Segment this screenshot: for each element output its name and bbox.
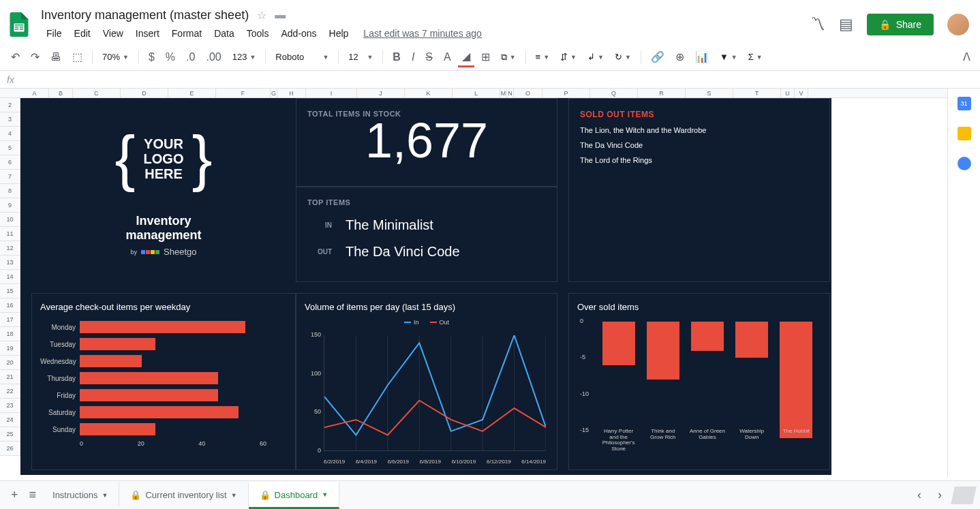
chart-title: Volume of items per day (last 15 days) — [305, 302, 549, 312]
last-edit-link[interactable]: Last edit was 7 minutes ago — [363, 28, 482, 39]
logo-line3: HERE — [144, 166, 184, 181]
halign-dropdown[interactable]: ≡▼ — [532, 49, 554, 65]
share-button[interactable]: 🔒 Share — [867, 14, 934, 35]
total-items-value: 1,677 — [307, 112, 546, 168]
tasks-icon[interactable] — [958, 157, 971, 170]
sold-item: The Lion, the Witch and the Wardrobe — [580, 126, 818, 134]
chart-volume-per-day: Volume of items per day (last 15 days) I… — [296, 293, 557, 470]
top-items-card: TOP ITEMS IN The Minimalist OUT The Da V… — [296, 187, 557, 282]
row-headers: 2345678910111213141516171819202122232425… — [0, 98, 20, 456]
tab-current-inventory[interactable]: 🔒 Current inventory list▼ — [119, 483, 248, 507]
inventory-title: Inventory management — [125, 214, 201, 243]
keep-icon[interactable] — [958, 127, 971, 140]
italic-icon[interactable]: I — [408, 48, 418, 66]
insert-chart-icon[interactable]: 📊 — [691, 48, 713, 66]
fx-icon: fx — [7, 74, 14, 85]
decrease-decimal-icon[interactable]: .0 — [182, 48, 199, 66]
scroll-left-icon[interactable]: ‹ — [912, 482, 927, 508]
sold-item: The Lord of the Rings — [580, 156, 818, 164]
top-items-label: TOP ITEMS — [307, 198, 546, 206]
increase-decimal-icon[interactable]: .00 — [202, 48, 225, 66]
share-label: Share — [896, 19, 921, 30]
strikethrough-icon[interactable]: S — [421, 48, 437, 66]
more-formats-dropdown[interactable]: 123▼ — [228, 49, 260, 65]
sheetgo-branding: by Sheetgo — [131, 247, 197, 257]
calendar-icon[interactable]: 31 — [958, 97, 971, 110]
user-avatar[interactable] — [947, 14, 969, 35]
redo-icon[interactable]: ↷ — [27, 48, 44, 66]
logo-line1: YOUR — [144, 136, 184, 151]
menu-file[interactable]: File — [41, 25, 67, 42]
bold-icon[interactable]: B — [388, 48, 405, 66]
menu-view[interactable]: View — [97, 25, 129, 42]
menu-insert[interactable]: Insert — [130, 25, 165, 42]
undo-icon[interactable]: ↶ — [7, 48, 24, 66]
sold-out-card: SOLD OUT ITEMS The Lion, the Witch and t… — [568, 98, 830, 282]
valign-dropdown[interactable]: ⇵▼ — [556, 49, 581, 65]
menu-format[interactable]: Format — [166, 25, 207, 42]
activity-icon[interactable]: 〽 — [810, 16, 825, 33]
functions-dropdown[interactable]: Σ▼ — [744, 49, 767, 65]
svg-rect-1 — [15, 25, 23, 26]
total-items-card: TOTAL ITEMS IN STOCK 1,677 — [296, 98, 557, 187]
font-size-dropdown[interactable]: 12▼ — [344, 49, 377, 65]
merge-dropdown[interactable]: ⧉▼ — [497, 49, 520, 65]
zoom-dropdown[interactable]: 70%▼ — [98, 49, 133, 65]
sold-out-label: SOLD OUT ITEMS — [580, 110, 818, 119]
lock-icon: 🔒 — [879, 19, 891, 30]
menu-addons[interactable]: Add-ons — [275, 25, 322, 42]
comments-icon[interactable]: ▤ — [839, 16, 853, 33]
app-header: Inventory management (master sheet) ☆ ▬ … — [0, 0, 980, 44]
toolbar: ↶ ↷ 🖶 ⬚ 70%▼ $ % .0 .00 123▼ Roboto▼ 12▼… — [0, 44, 980, 71]
paint-format-icon[interactable]: ⬚ — [68, 48, 87, 66]
sheets-logo-icon[interactable] — [5, 11, 33, 38]
all-sheets-button[interactable]: ≡ — [24, 482, 42, 508]
chart-title: Over sold items — [577, 302, 821, 312]
currency-icon[interactable]: $ — [144, 48, 159, 66]
menu-help[interactable]: Help — [324, 25, 354, 42]
tab-instructions[interactable]: Instructions▼ — [42, 483, 119, 507]
font-dropdown[interactable]: Roboto▼ — [271, 49, 333, 65]
chart-oversold: Over sold items 0-5-10-15 Harry Potter a… — [568, 293, 830, 470]
spreadsheet-area[interactable]: ABCDEFGHIJKLMNOPQRSTUV 23456789101112131… — [0, 89, 947, 477]
print-icon[interactable]: 🖶 — [46, 48, 65, 66]
percent-icon[interactable]: % — [162, 48, 179, 66]
borders-icon[interactable]: ⊞ — [477, 48, 494, 66]
chart-title: Average check-out items per weekday — [40, 302, 287, 312]
fill-color-icon[interactable]: ◢ — [458, 47, 474, 67]
side-panel: 31 — [947, 89, 980, 477]
text-color-icon[interactable]: A — [440, 48, 455, 66]
add-sheet-button[interactable]: + — [5, 482, 24, 508]
sold-item: The Da Vinci Code — [580, 141, 818, 149]
svg-rect-4 — [15, 29, 18, 30]
menu-tools[interactable]: Tools — [241, 25, 275, 42]
lock-icon: 🔒 — [130, 490, 141, 500]
explore-button[interactable] — [951, 487, 977, 504]
menu-edit[interactable]: Edit — [69, 25, 96, 42]
collapse-toolbar-icon[interactable]: ᐱ — [960, 48, 973, 66]
svg-rect-3 — [20, 27, 23, 28]
top-in-value: The Minimalist — [346, 217, 433, 233]
sheet-tabs-bar: + ≡ Instructions▼ 🔒 Current inventory li… — [0, 480, 980, 509]
document-title[interactable]: Inventory management (master sheet) — [41, 8, 249, 22]
scroll-right-icon[interactable]: › — [932, 482, 947, 508]
formula-bar: fx — [0, 71, 980, 89]
filter-dropdown[interactable]: ▼▼ — [716, 49, 741, 65]
svg-rect-2 — [15, 27, 18, 28]
menu-data[interactable]: Data — [209, 25, 240, 42]
dashboard-canvas: { YOUR LOGO HERE } Inventory management … — [20, 98, 831, 475]
lock-icon: 🔒 — [260, 490, 271, 500]
link-icon[interactable]: 🔗 — [647, 48, 669, 66]
logo-card: { YOUR LOGO HERE } Inventory management … — [31, 98, 296, 282]
top-out-value: The Da Vinci Code — [346, 244, 460, 260]
comment-icon[interactable]: ⊕ — [671, 48, 688, 66]
formula-input[interactable] — [22, 74, 973, 84]
wrap-dropdown[interactable]: ↲▼ — [583, 49, 608, 65]
menu-bar: File Edit View Insert Format Data Tools … — [41, 25, 810, 42]
rotate-dropdown[interactable]: ↻▼ — [611, 49, 635, 65]
move-folder-icon[interactable]: ▬ — [275, 9, 286, 21]
chart-weekday-checkout: Average check-out items per weekday Mond… — [31, 293, 296, 470]
svg-rect-5 — [20, 29, 23, 30]
tab-dashboard[interactable]: 🔒 Dashboard▼ — [249, 482, 340, 509]
star-icon[interactable]: ☆ — [257, 9, 266, 22]
